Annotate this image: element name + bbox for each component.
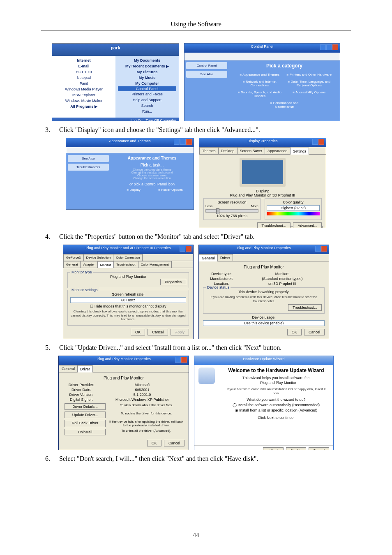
window-title: Control Panel xyxy=(251,44,274,49)
pick-task-label: Pick a task... xyxy=(114,163,190,167)
display-icon[interactable]: Display xyxy=(115,186,152,193)
cancel-button[interactable]: Cancel xyxy=(148,329,168,335)
tab-colormgmt[interactable]: Color Management xyxy=(138,261,172,268)
start-item[interactable]: HCT 10.0 xyxy=(55,69,113,75)
tab[interactable]: GeForce3 xyxy=(63,254,84,261)
tab[interactable]: Color Correction xyxy=(113,254,143,261)
help-icon[interactable] xyxy=(312,139,318,145)
start-item[interactable]: My Computer xyxy=(118,81,176,86)
cancel-button[interactable]: Cancel xyxy=(164,440,184,446)
display-label: Display: xyxy=(256,189,269,193)
close-icon[interactable] xyxy=(332,44,338,50)
rollback-driver-button[interactable]: Roll Back Driver xyxy=(65,420,106,427)
category-link[interactable]: Accessibility Options xyxy=(285,89,333,96)
category-link[interactable]: Network and Internet Connections xyxy=(235,78,284,89)
help-icon[interactable] xyxy=(180,246,185,252)
start-item[interactable]: My Documents xyxy=(118,58,176,63)
category-link[interactable]: Sounds, Speech, and Audio Devices xyxy=(235,89,284,99)
ok-button[interactable]: OK xyxy=(147,440,161,446)
maximize-icon[interactable] xyxy=(180,139,186,145)
apply-button[interactable]: Apply xyxy=(171,329,189,335)
start-item[interactable]: Search xyxy=(118,103,176,109)
refresh-rate-select[interactable]: 60 Hertz xyxy=(70,297,186,303)
wizard-icon xyxy=(194,365,219,445)
resolution-slider[interactable] xyxy=(205,209,258,213)
page-header: Using the Software xyxy=(41,21,351,31)
device-status-note: If you are having problems with this dev… xyxy=(206,295,322,303)
minimize-icon[interactable] xyxy=(174,139,180,145)
next-button[interactable]: Next > xyxy=(286,447,306,450)
tab-screensaver[interactable]: Screen Saver xyxy=(237,147,265,154)
start-control-panel[interactable]: Control Panel xyxy=(118,86,176,91)
color-quality-select[interactable]: Highest (32 bit) xyxy=(267,205,320,211)
start-item[interactable]: My Music xyxy=(118,75,176,81)
logoff-button[interactable]: Log Off xyxy=(131,118,143,121)
folder-options-icon[interactable]: Folder Options xyxy=(152,186,189,193)
start-item[interactable]: Windows Movie Maker xyxy=(55,98,113,104)
update-driver-button[interactable]: Update Driver... xyxy=(65,412,106,418)
start-item[interactable]: MSN Explorer xyxy=(55,92,113,98)
close-icon[interactable] xyxy=(318,139,324,145)
start-item[interactable]: Help and Support xyxy=(118,97,176,103)
minimize-icon[interactable] xyxy=(320,44,326,50)
advanced-button[interactable]: Advanced... xyxy=(293,222,322,228)
cancel-button[interactable]: Cancel xyxy=(304,329,325,335)
start-item[interactable]: Printers and Faxes xyxy=(118,91,176,97)
window-title: Hardware Update Wizard xyxy=(243,357,284,361)
tab-appearance[interactable]: Appearance xyxy=(265,147,291,154)
driver-details-button[interactable]: Driver Details... xyxy=(65,403,106,410)
category-link[interactable]: Performance and Maintenance xyxy=(260,99,309,110)
start-item[interactable]: Run... xyxy=(118,109,176,114)
task-link[interactable]: Change the desktop background xyxy=(114,171,190,174)
close-icon[interactable] xyxy=(186,139,192,145)
start-item[interactable]: Paint xyxy=(55,81,113,86)
task-link[interactable]: Change the screen resolution xyxy=(114,177,190,180)
properties-button[interactable]: Properties xyxy=(160,279,186,285)
start-all-programs[interactable]: All Programs ▶ xyxy=(55,104,113,109)
radio-auto[interactable]: Install the software automatically (Reco… xyxy=(223,403,329,407)
close-icon[interactable] xyxy=(181,357,187,363)
troubleshoot-button[interactable]: Troubleshoot... xyxy=(257,222,291,228)
help-icon[interactable] xyxy=(175,357,181,363)
ok-button[interactable]: OK xyxy=(287,329,302,335)
radio-list[interactable]: Install from a list or specific location… xyxy=(223,408,329,412)
troubleshoot-button[interactable]: Troubleshoot... xyxy=(288,304,322,311)
monitor-properties-screenshot: Plug and Play Monitor Properties General… xyxy=(198,245,329,339)
start-item[interactable]: Windows Media Player xyxy=(55,86,113,92)
tab-general[interactable]: General xyxy=(199,254,218,261)
tab-desktop[interactable]: Desktop xyxy=(218,147,238,154)
tab-themes[interactable]: Themes xyxy=(199,147,219,154)
tab-settings[interactable]: Settings xyxy=(290,148,309,155)
tab-general[interactable]: General xyxy=(63,261,81,268)
driver-date-label: Driver Date: xyxy=(63,388,100,392)
task-link[interactable]: Change the computer's theme xyxy=(114,168,190,171)
maximize-icon[interactable] xyxy=(326,44,332,50)
start-item[interactable]: Notepad xyxy=(55,75,113,81)
start-item[interactable]: My Recent Documents ▶ xyxy=(118,63,176,69)
close-icon[interactable] xyxy=(186,246,191,252)
hide-modes-checkbox[interactable]: Hide modes that this monitor cannot disp… xyxy=(70,304,186,308)
cancel-button[interactable]: Cancel xyxy=(309,447,329,450)
tab-troubleshoot[interactable]: Troubleshoot xyxy=(113,261,138,268)
start-item[interactable]: E-mail xyxy=(55,63,113,69)
driver-provider-value: Microsoft xyxy=(100,383,184,387)
tab-driver[interactable]: Driver xyxy=(217,254,233,261)
ok-button[interactable]: OK xyxy=(131,329,145,335)
category-link[interactable]: Printers and Other Hardware xyxy=(285,71,333,78)
start-item[interactable]: My Pictures xyxy=(118,69,176,75)
device-usage-select[interactable]: Use this device (enable) xyxy=(203,320,325,326)
start-item[interactable]: Internet xyxy=(55,58,113,63)
tab-monitor[interactable]: Monitor xyxy=(97,261,114,268)
tab[interactable]: Device Selection xyxy=(83,254,114,261)
close-icon[interactable] xyxy=(321,246,327,252)
category-link[interactable]: Appearance and Themes xyxy=(235,71,284,78)
task-link[interactable]: Choose a screen saver xyxy=(114,174,190,177)
uninstall-button[interactable]: Uninstall xyxy=(65,429,106,435)
back-button[interactable]: < Back xyxy=(263,447,284,450)
tab-driver[interactable]: Driver xyxy=(77,365,93,372)
help-icon[interactable] xyxy=(315,246,321,252)
tab-adapter[interactable]: Adapter xyxy=(80,261,97,268)
tab-general[interactable]: General xyxy=(59,365,78,372)
turnoff-button[interactable]: Turn Off Computer xyxy=(145,118,176,121)
category-link[interactable]: Date, Time, Language, and Regional Optio… xyxy=(285,78,333,89)
